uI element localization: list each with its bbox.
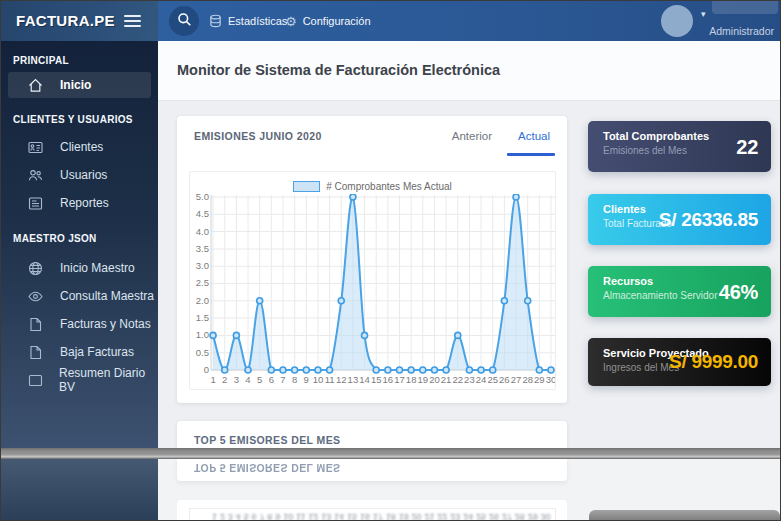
svg-text:4.5: 4.5 <box>196 208 209 219</box>
screen-tear-divider <box>1 448 781 459</box>
stat-value: S/ 26336.85 <box>659 209 758 231</box>
sidebar-item-reportes[interactable]: Reportes <box>1 189 158 217</box>
axis-label-reflection: 11 <box>296 512 305 521</box>
svg-text:9: 9 <box>304 374 309 385</box>
axis-label-reflection: 4 <box>236 512 241 521</box>
sidebar-section-principal: PRINCIPAL <box>13 55 158 66</box>
svg-text:13: 13 <box>348 374 359 385</box>
tab-actual[interactable]: Actual <box>518 130 550 142</box>
axis-label-reflection: 6 <box>252 512 257 521</box>
axis-label-reflection: 19 <box>399 512 409 521</box>
svg-text:4: 4 <box>245 374 250 385</box>
legend-swatch <box>293 181 320 192</box>
tab-anterior[interactable]: Anterior <box>452 130 492 142</box>
sidebar-item-label: Consulta Maestra <box>60 289 154 303</box>
sidebar-item-label: Facturas y Notas <box>60 317 151 331</box>
nav-estadisticas[interactable]: Estadísticas <box>209 1 287 41</box>
svg-text:29: 29 <box>534 374 545 385</box>
axis-label-reflection: 20 <box>412 512 422 521</box>
nav-configuracion[interactable]: ⚙ Configuración <box>285 1 371 41</box>
sidebar-item-label: Resumen Diario BV <box>59 366 158 394</box>
id-card-icon <box>28 140 44 155</box>
top5-emisores-card: TOP 5 EMISORES DEL MES <box>177 421 567 449</box>
svg-text:2.5: 2.5 <box>196 278 209 289</box>
svg-text:27: 27 <box>511 374 522 385</box>
axis-label-reflection: 9 <box>275 512 280 521</box>
stat-card-total-comprobantes[interactable]: Total Comprobantes Emisiones del Mes 22 <box>588 121 771 172</box>
axis-label-reflection: 2 <box>220 512 225 521</box>
stat-card-reflection <box>589 510 780 520</box>
svg-text:14: 14 <box>359 374 370 385</box>
svg-text:26: 26 <box>499 374 510 385</box>
window-icon <box>28 373 43 388</box>
report-icon <box>28 196 44 211</box>
emisiones-card-title: EMISIONES JUNIO 2020 <box>194 130 322 142</box>
sidebar-item-clientes[interactable]: Clientes <box>1 133 158 161</box>
stat-value: S/ 9999.00 <box>669 351 758 373</box>
axis-label-reflection: 17 <box>373 512 383 521</box>
users-icon <box>28 168 44 183</box>
app-logo[interactable]: FACTURA.PE <box>16 12 115 29</box>
user-avatar[interactable] <box>661 5 693 37</box>
stat-card-recursos[interactable]: Recursos Almacenamiento Servidor 46% <box>588 266 771 317</box>
svg-text:5.0: 5.0 <box>196 194 209 202</box>
hamburger-menu-icon[interactable] <box>124 15 141 30</box>
sidebar-item-label: Usuarios <box>60 168 107 182</box>
sidebar-item-facturas-y-notas[interactable]: Facturas y Notas <box>1 310 158 338</box>
search-button[interactable] <box>169 6 199 36</box>
chart-card-reflection: 1234567891011121314151617181920212223242… <box>177 500 567 521</box>
sidebar-item-inicio[interactable]: Inicio <box>8 72 151 98</box>
svg-text:10: 10 <box>313 374 324 385</box>
svg-text:2: 2 <box>222 374 227 385</box>
svg-text:3: 3 <box>234 374 239 385</box>
user-menu-highlight <box>712 1 778 14</box>
svg-text:4.0: 4.0 <box>196 226 209 237</box>
svg-text:0.5: 0.5 <box>196 347 209 358</box>
emisiones-card-header: EMISIONES JUNIO 2020 Anterior Actual <box>177 116 567 156</box>
gear-icon: ⚙ <box>285 15 297 28</box>
sidebar-section-clientes-usuarios: CLIENTES Y USUARIOS <box>13 114 158 125</box>
stat-title: Total Comprobantes <box>603 130 758 142</box>
axis-label-reflection: 23 <box>450 512 460 521</box>
axis-label-reflection: 14 <box>334 512 344 521</box>
svg-text:2.0: 2.0 <box>196 295 209 306</box>
stat-card-servicio-proyectado[interactable]: Servicio Proyectado Ingresos del Mes S/ … <box>588 338 771 386</box>
globe-icon <box>28 261 44 276</box>
svg-text:7: 7 <box>280 374 285 385</box>
axis-label-reflection: 18 <box>386 512 396 521</box>
top5-card-title: TOP 5 EMISORES DEL MES <box>194 434 341 446</box>
topbar: Estadísticas ⚙ Configuración ▾ Administr… <box>158 1 780 41</box>
axis-label-reflection: 21 <box>424 512 434 521</box>
axis-label-reflection: 7 <box>259 512 264 521</box>
sidebar-item-inicio-maestro[interactable]: Inicio Maestro <box>1 254 158 282</box>
page-title: Monitor de Sistema de Facturación Electr… <box>177 62 500 78</box>
svg-text:6: 6 <box>269 374 274 385</box>
sidebar-item-label: Inicio Maestro <box>60 261 135 275</box>
chart-legend[interactable]: # Comprobantes Mes Actual <box>190 172 555 194</box>
top5-card-reflection: TOP 5 EMISORES DEL MES <box>177 459 567 481</box>
sidebar-item-usuarios[interactable]: Usuarios <box>1 161 158 189</box>
svg-text:3.5: 3.5 <box>196 243 209 254</box>
sidebar-item-consulta-maestra[interactable]: Consulta Maestra <box>1 282 158 310</box>
svg-text:8: 8 <box>292 374 297 385</box>
app-window: FACTURA.PE Estadísticas ⚙ Configuración <box>0 0 781 521</box>
sidebar-item-label: Inicio <box>60 78 91 92</box>
chevron-down-icon[interactable]: ▾ <box>701 9 706 19</box>
sidebar-item-resumen-diario-bv[interactable]: Resumen Diario BV <box>1 366 158 394</box>
axis-label-reflection: 8 <box>267 512 272 521</box>
top5-title-reflection: TOP 5 EMISORES DEL MES <box>194 462 341 474</box>
axis-label-reflection: 27 <box>502 512 512 521</box>
chart-box-reflection: 1234567891011121314151617181920212223242… <box>189 508 556 521</box>
sidebar-item-label: Clientes <box>60 140 103 154</box>
axis-labels-reflection: 1234567891011121314151617181920212223242… <box>212 512 551 521</box>
sidebar: PRINCIPAL Inicio CLIENTES Y USUARIOS Cli… <box>1 41 158 448</box>
svg-text:1.5: 1.5 <box>196 312 209 323</box>
sidebar-item-baja-facturas[interactable]: Baja Facturas <box>1 338 158 366</box>
axis-label-reflection: 15 <box>347 512 357 521</box>
svg-text:24: 24 <box>476 374 487 385</box>
stat-card-clientes[interactable]: Clientes Total Facturado S/ 26336.85 <box>588 194 771 245</box>
svg-text:11: 11 <box>325 374 335 385</box>
axis-label-reflection: 25 <box>476 512 486 521</box>
line-chart: 5.04.54.03.53.02.52.01.51.00.50123456789… <box>190 194 555 387</box>
sidebar-item-label: Reportes <box>60 196 109 210</box>
